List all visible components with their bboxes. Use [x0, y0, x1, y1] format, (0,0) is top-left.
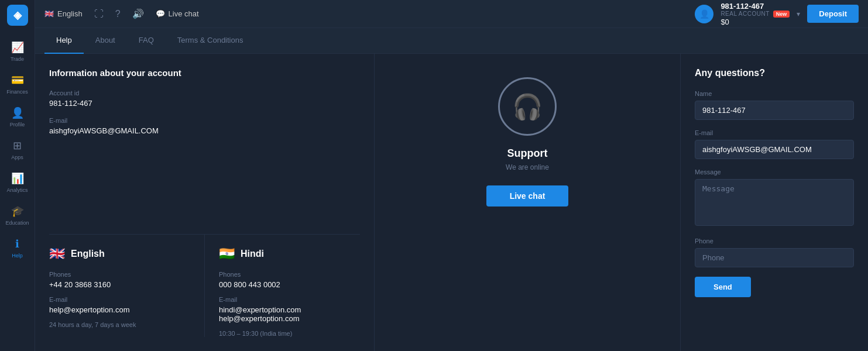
name-group: Name: [695, 90, 854, 120]
language-sections: 🇬🇧 English Phones +44 20 3868 3160 E-mai…: [49, 234, 360, 337]
account-chevron-icon[interactable]: ▾: [797, 10, 800, 18]
email-form-group: E-mail: [695, 129, 854, 159]
livechat-label: Live chat: [169, 9, 199, 18]
support-status: We are online: [506, 163, 549, 171]
sidebar-item-apps[interactable]: ⊞ Apps: [0, 133, 35, 166]
hindi-email-label: E-mail: [219, 296, 360, 303]
contact-form-title: Any questions?: [695, 68, 854, 78]
volume-icon[interactable]: 🔊: [132, 8, 144, 19]
deposit-button[interactable]: Deposit: [807, 5, 859, 23]
name-input[interactable]: [695, 101, 854, 120]
tab-terms-label: Terms & Conditions: [177, 36, 243, 44]
sidebar-item-education[interactable]: 🎓 Education: [0, 199, 35, 232]
sidebar-item-finances[interactable]: 💳 Finances: [0, 68, 35, 101]
fullscreen-icon[interactable]: ⛶: [94, 9, 104, 19]
headset-icon: 🎧: [512, 92, 543, 121]
english-header: 🇬🇧 English: [49, 246, 190, 261]
support-title: Support: [507, 147, 548, 160]
hindi-hours-note: 10:30 – 19:30 (India time): [219, 330, 360, 337]
english-email-group: E-mail help@expertoption.com: [49, 296, 190, 314]
sidebar-item-finances-label: Finances: [6, 89, 28, 95]
finances-icon: 💳: [11, 74, 24, 87]
left-panel: Information about your account Account i…: [35, 54, 375, 351]
apps-icon: ⊞: [13, 139, 22, 152]
tab-terms[interactable]: Terms & Conditions: [166, 28, 255, 54]
sidebar-item-help[interactable]: ℹ Help: [0, 232, 35, 264]
tab-faq[interactable]: FAQ: [127, 28, 166, 54]
sidebar-item-trade[interactable]: 📈 Trade: [0, 35, 35, 68]
livechat-icon: 💬: [156, 9, 165, 18]
sidebar-item-profile-label: Profile: [10, 122, 25, 128]
email-group: E-mail aishgfoyiAWSGB@GMAIL.COM: [49, 117, 360, 135]
english-section: 🇬🇧 English Phones +44 20 3868 3160 E-mai…: [49, 235, 205, 337]
live-chat-button[interactable]: Live chat: [486, 185, 569, 207]
phone-form-label: Phone: [695, 238, 854, 245]
english-phones-label: Phones: [49, 271, 190, 278]
sidebar-item-profile[interactable]: 👤 Profile: [0, 101, 35, 133]
english-phones-group: Phones +44 20 3868 3160: [49, 271, 190, 289]
sidebar-item-help-label: Help: [12, 253, 23, 259]
analytics-icon: 📊: [11, 172, 24, 185]
language-label: English: [57, 9, 83, 18]
tab-faq-label: FAQ: [139, 36, 154, 44]
phone-group: Phone: [695, 238, 854, 267]
question-icon[interactable]: ?: [115, 9, 121, 19]
hindi-header: 🇮🇳 Hindi: [219, 246, 360, 261]
email-form-label: E-mail: [695, 129, 854, 136]
real-account-label: REAL ACCOUNT: [721, 11, 769, 17]
message-group: Message: [695, 168, 854, 228]
flag-icon: 🇬🇧: [44, 9, 54, 18]
message-textarea[interactable]: [695, 179, 854, 226]
english-flag-icon: 🇬🇧: [49, 246, 65, 261]
contact-form-panel: Any questions? Name E-mail Message Phone…: [681, 54, 868, 351]
tab-help-label: Help: [56, 36, 72, 44]
send-button[interactable]: Send: [695, 277, 751, 297]
hindi-phones-label: Phones: [219, 271, 360, 278]
support-icon-circle: 🎧: [498, 77, 557, 136]
profile-icon: 👤: [11, 106, 24, 119]
main-area: 🇬🇧 English ⛶ ? 🔊 💬 Live chat 👤 981-112-4…: [35, 0, 868, 351]
english-phone-value: +44 20 3868 3160: [49, 280, 190, 289]
email-label: E-mail: [49, 117, 360, 124]
tab-help[interactable]: Help: [44, 28, 84, 54]
language-selector[interactable]: 🇬🇧 English: [44, 9, 83, 18]
education-icon: 🎓: [11, 205, 24, 218]
account-info-title: Information about your account: [49, 68, 360, 78]
topbar: 🇬🇧 English ⛶ ? 🔊 💬 Live chat 👤 981-112-4…: [35, 0, 868, 28]
account-id-label: Account id: [49, 90, 360, 97]
sidebar-item-apps-label: Apps: [11, 154, 23, 160]
sidebar-item-education-label: Education: [5, 220, 29, 226]
user-info: 981-112-467 REAL ACCOUNT New $0: [721, 2, 790, 26]
tab-about[interactable]: About: [84, 28, 127, 54]
nav-tabs: Help About FAQ Terms & Conditions: [35, 28, 868, 54]
new-badge: New: [773, 11, 790, 18]
english-email-label: E-mail: [49, 296, 190, 303]
hindi-email-value2: help@expertoption.com: [219, 314, 360, 323]
phone-input[interactable]: [695, 248, 854, 267]
account-id-group: Account id 981-112-467: [49, 90, 360, 108]
hindi-section: 🇮🇳 Hindi Phones 000 800 443 0002 E-mail …: [205, 235, 360, 337]
english-lang-name: English: [71, 249, 105, 259]
hindi-flag-icon: 🇮🇳: [219, 246, 235, 261]
logo[interactable]: ◈: [7, 5, 28, 26]
sidebar-item-analytics[interactable]: 📊 Analytics: [0, 166, 35, 199]
user-id: 981-112-467: [721, 2, 790, 11]
email-value: aishgfoyiAWSGB@GMAIL.COM: [49, 126, 360, 135]
english-email-value: help@expertoption.com: [49, 305, 190, 314]
sidebar-item-trade-label: Trade: [11, 56, 24, 62]
email-input[interactable]: [695, 140, 854, 159]
hindi-phone-value: 000 800 443 0002: [219, 280, 360, 289]
avatar: 👤: [695, 5, 713, 23]
help-icon: ℹ: [15, 238, 19, 250]
livechat-topbar[interactable]: 💬 Live chat: [156, 9, 199, 18]
support-panel: 🎧 Support We are online Live chat: [375, 54, 681, 351]
hindi-lang-name: Hindi: [241, 249, 264, 259]
sidebar-item-analytics-label: Analytics: [6, 187, 28, 193]
sidebar: ◈ 📈 Trade 💳 Finances 👤 Profile ⊞ Apps 📊 …: [0, 0, 35, 351]
name-form-label: Name: [695, 90, 854, 97]
hindi-phones-group: Phones 000 800 443 0002: [219, 271, 360, 289]
balance-amount: $0: [721, 18, 729, 26]
message-form-label: Message: [695, 168, 854, 176]
hindi-email-group: E-mail hindi@expertoption.com help@exper…: [219, 296, 360, 323]
hindi-email-value1: hindi@expertoption.com: [219, 305, 360, 314]
